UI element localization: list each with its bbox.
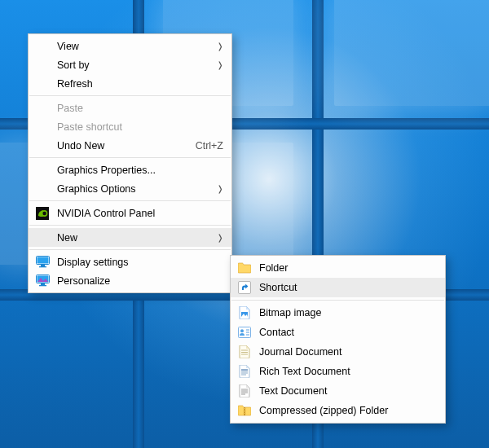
menu-item-sort-by[interactable]: Sort by ❭ bbox=[29, 55, 231, 74]
menu-item-refresh[interactable]: Refresh bbox=[29, 74, 231, 93]
menu-label: Compressed (zipped) Folder bbox=[259, 405, 437, 416]
menu-item-graphics-options[interactable]: Graphics Options ❭ bbox=[29, 179, 231, 198]
chevron-right-icon: ❭ bbox=[217, 184, 223, 193]
menu-label: Undo New bbox=[57, 140, 186, 152]
svg-rect-32 bbox=[244, 413, 246, 414]
journal-file-icon bbox=[237, 345, 252, 359]
blank-icon bbox=[35, 120, 50, 134]
new-menu-item-text[interactable]: Text Document bbox=[231, 381, 445, 401]
blank-icon bbox=[35, 58, 50, 72]
menu-item-personalize[interactable]: Personalize bbox=[29, 271, 231, 290]
svg-rect-3 bbox=[37, 257, 48, 264]
new-menu-item-bitmap[interactable]: Bitmap image bbox=[231, 303, 445, 323]
svg-rect-8 bbox=[41, 283, 45, 285]
menu-label: Text Document bbox=[259, 385, 437, 397]
new-menu-item-folder[interactable]: Folder bbox=[231, 258, 445, 278]
menu-label: Graphics Options bbox=[57, 183, 207, 195]
svg-rect-5 bbox=[39, 266, 46, 267]
svg-rect-10 bbox=[239, 282, 251, 294]
new-menu-item-journal[interactable]: Journal Document bbox=[231, 342, 445, 362]
menu-item-new[interactable]: New ❭ bbox=[29, 228, 231, 247]
blank-icon bbox=[35, 163, 50, 178]
new-menu-item-zip[interactable]: Compressed (zipped) Folder bbox=[231, 401, 445, 420]
menu-item-display-settings[interactable]: Display settings bbox=[29, 253, 231, 271]
new-menu-item-rtf[interactable]: Rich Text Document bbox=[231, 362, 445, 381]
display-settings-icon bbox=[35, 255, 50, 270]
svg-rect-31 bbox=[244, 411, 246, 412]
menu-label: Display settings bbox=[57, 257, 223, 268]
menu-label: Bitmap image bbox=[259, 307, 437, 318]
blank-icon bbox=[35, 182, 50, 196]
menu-label: Paste shortcut bbox=[57, 121, 223, 133]
new-menu-item-shortcut[interactable]: Shortcut bbox=[231, 278, 445, 297]
svg-rect-30 bbox=[244, 410, 246, 411]
svg-rect-4 bbox=[41, 265, 45, 266]
menu-label: Graphics Properties... bbox=[57, 165, 223, 176]
menu-separator bbox=[29, 157, 231, 158]
menu-item-paste: Paste bbox=[29, 99, 231, 117]
menu-label: Refresh bbox=[57, 78, 223, 90]
menu-separator bbox=[29, 225, 231, 226]
menu-label: Personalize bbox=[57, 275, 223, 287]
desktop-context-menu: View ❭ Sort by ❭ Refresh Paste Paste sho… bbox=[28, 33, 232, 293]
menu-item-graphics-properties[interactable]: Graphics Properties... bbox=[29, 160, 231, 179]
chevron-right-icon: ❭ bbox=[217, 42, 223, 51]
svg-point-13 bbox=[240, 329, 244, 332]
menu-label: Contact bbox=[259, 327, 437, 338]
menu-label: Paste bbox=[57, 103, 223, 114]
new-menu-item-contact[interactable]: Contact bbox=[231, 323, 445, 342]
menu-separator bbox=[29, 249, 231, 250]
blank-icon bbox=[35, 39, 50, 54]
bitmap-file-icon bbox=[237, 305, 252, 320]
chevron-right-icon: ❭ bbox=[217, 60, 223, 69]
blank-icon bbox=[35, 138, 50, 153]
menu-label: New bbox=[57, 232, 207, 244]
menu-item-view[interactable]: View ❭ bbox=[29, 37, 231, 55]
shortcut-icon bbox=[237, 280, 252, 295]
menu-separator bbox=[29, 95, 231, 96]
menu-shortcut-hint: Ctrl+Z bbox=[196, 140, 223, 152]
menu-item-paste-shortcut: Paste shortcut bbox=[29, 117, 231, 136]
zip-folder-icon bbox=[237, 403, 252, 418]
menu-label: Folder bbox=[259, 262, 437, 274]
menu-label: View bbox=[57, 41, 207, 52]
blank-icon bbox=[35, 231, 50, 245]
menu-label: NVIDIA Control Panel bbox=[57, 208, 223, 219]
new-submenu: Folder Shortcut Bitmap image bbox=[230, 255, 446, 424]
folder-icon bbox=[237, 261, 252, 275]
blank-icon bbox=[35, 101, 50, 116]
menu-label: Journal Document bbox=[259, 346, 437, 358]
svg-rect-9 bbox=[39, 285, 46, 286]
menu-label: Shortcut bbox=[259, 282, 437, 293]
personalize-icon bbox=[35, 274, 50, 288]
chevron-right-icon: ❭ bbox=[217, 233, 223, 242]
rtf-file-icon bbox=[237, 364, 252, 379]
menu-item-undo[interactable]: Undo New Ctrl+Z bbox=[29, 136, 231, 155]
menu-label: Sort by bbox=[57, 59, 207, 71]
menu-item-nvidia-control-panel[interactable]: NVIDIA Control Panel bbox=[29, 204, 231, 222]
menu-label: Rich Text Document bbox=[259, 366, 437, 377]
blank-icon bbox=[35, 77, 50, 91]
nvidia-icon bbox=[35, 206, 50, 221]
contact-file-icon bbox=[237, 325, 252, 340]
svg-rect-29 bbox=[244, 408, 246, 409]
menu-separator bbox=[231, 300, 444, 301]
menu-separator bbox=[29, 200, 231, 201]
text-file-icon bbox=[237, 384, 252, 398]
